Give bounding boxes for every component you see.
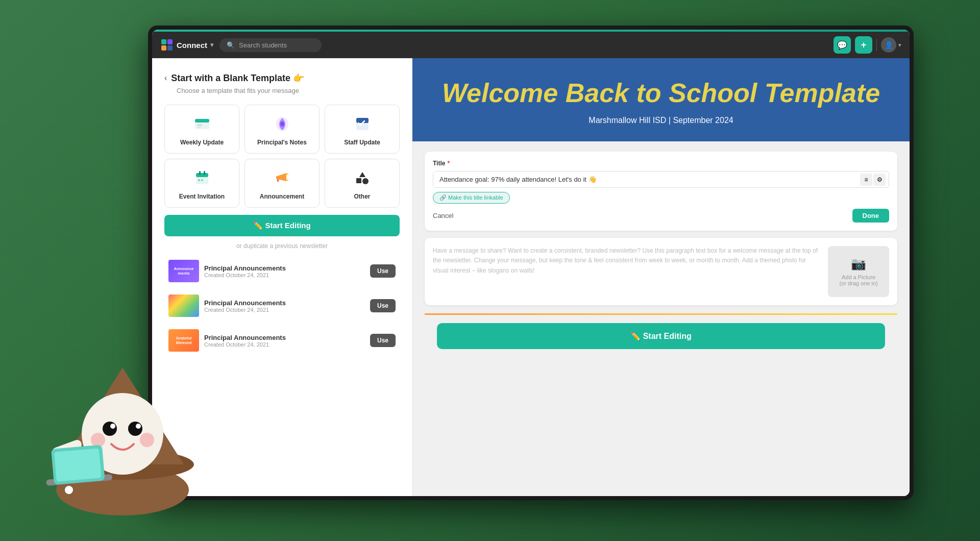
title-input-row[interactable]: ≡ ⚙	[433, 171, 889, 188]
template-label-event: Event Invitation	[179, 193, 225, 200]
svg-point-29	[103, 422, 117, 436]
svg-rect-2	[161, 45, 166, 51]
panel-title: Start with a Blank Template 👉	[171, 72, 304, 84]
user-button[interactable]: 👤 ▾	[881, 37, 901, 53]
content-placeholder-text: Have a message to share? Want to create …	[433, 246, 820, 297]
screen: Connect ▾ 🔍 Search students 💬 +	[152, 30, 910, 496]
picture-placeholder[interactable]: 📷 Add a Picture(or drag one in)	[828, 246, 889, 297]
logo-icon	[160, 38, 174, 52]
start-editing-large-button[interactable]: ✏️ Start Editing	[437, 323, 885, 349]
monitor: Connect ▾ 🔍 Search students 💬 +	[148, 26, 914, 500]
back-arrow[interactable]: ‹	[164, 73, 167, 83]
announcement-icon	[273, 168, 292, 188]
newsletter-date-2: Created October 24, 2021	[204, 307, 365, 313]
newsletter-item-2[interactable]: Principal Announcements Created October …	[164, 290, 400, 321]
template-label-weekly: Weekly Update	[180, 139, 224, 146]
search-icon: 🔍	[227, 41, 235, 49]
template-card-announcement[interactable]: Announcement	[244, 159, 320, 208]
topbar-icons: 💬 + 👤 ▾	[834, 36, 901, 54]
template-card-event[interactable]: Event Invitation	[164, 159, 239, 208]
preview-header: Welcome Back to School Template Marshmal…	[412, 58, 910, 141]
preview-subtitle: Marshmallow Hill ISD | September 2024	[429, 116, 893, 125]
mascot	[41, 327, 204, 521]
template-card-principals[interactable]: Principal's Notes	[244, 105, 320, 154]
template-label-other: Other	[354, 193, 370, 200]
newsletter-item-1[interactable]: Announcements Principal Announcements Cr…	[164, 256, 400, 286]
newsletter-info-1: Principal Announcements Created October …	[204, 264, 365, 278]
form-actions: Cancel Done	[433, 209, 889, 223]
svg-rect-24	[356, 178, 361, 183]
svg-rect-14	[199, 171, 201, 175]
search-placeholder: Search students	[239, 41, 287, 49]
svg-point-33	[91, 433, 105, 447]
newsletter-name-3: Principal Announcements	[204, 334, 365, 341]
start-editing-button[interactable]: ✏️ Start Editing	[164, 215, 400, 236]
plus-button[interactable]: +	[855, 36, 872, 54]
title-input[interactable]	[433, 171, 860, 187]
mascot-svg	[41, 327, 204, 521]
preview-title: Welcome Back to School Template	[429, 79, 893, 108]
use-button-2[interactable]: Use	[370, 299, 396, 312]
template-card-other[interactable]: Other	[325, 159, 400, 208]
user-avatar: 👤	[881, 37, 896, 53]
preview-body: Title * ≡ ⚙ 🔗 Make this title linkabl	[412, 141, 910, 366]
svg-rect-13	[196, 173, 208, 177]
svg-rect-3	[167, 45, 173, 51]
svg-point-32	[136, 424, 141, 429]
newsletter-info-3: Principal Announcements Created October …	[204, 334, 365, 348]
svg-rect-7	[197, 127, 201, 128]
logo-area[interactable]: Connect ▾	[160, 38, 213, 52]
newsletter-date-3: Created October 24, 2021	[204, 341, 365, 348]
app-chevron[interactable]: ▾	[210, 41, 213, 48]
back-header: ‹ Start with a Blank Template 👉	[164, 72, 400, 84]
plus-icon: +	[861, 40, 867, 51]
svg-rect-17	[201, 179, 203, 181]
svg-rect-16	[198, 179, 200, 181]
user-chevron: ▾	[898, 42, 901, 48]
svg-point-9	[280, 121, 284, 127]
picture-icon: 📷	[851, 257, 866, 271]
picture-label: Add a Picture(or drag one in)	[839, 274, 877, 286]
svg-rect-5	[195, 119, 209, 122]
template-label-principals: Principal's Notes	[257, 139, 307, 146]
chat-icon: 💬	[837, 40, 847, 50]
svg-rect-6	[197, 125, 202, 126]
chat-button[interactable]: 💬	[834, 36, 851, 54]
search-bar[interactable]: 🔍 Search students	[219, 38, 322, 52]
svg-rect-18	[276, 176, 278, 179]
cancel-button[interactable]: Cancel	[433, 212, 453, 219]
use-button-1[interactable]: Use	[370, 264, 396, 278]
newsletter-date-1: Created October 24, 2021	[204, 272, 365, 278]
input-action-list[interactable]: ≡	[860, 174, 872, 186]
use-button-3[interactable]: Use	[370, 334, 396, 347]
svg-point-30	[128, 422, 142, 436]
svg-point-34	[140, 433, 154, 447]
content-section: Have a message to share? Want to create …	[425, 238, 897, 305]
template-card-weekly[interactable]: Weekly Update	[164, 105, 239, 154]
or-duplicate-text: or duplicate a previous newsletter	[164, 242, 400, 250]
svg-marker-22	[359, 172, 365, 177]
input-action-settings[interactable]: ⚙	[873, 174, 886, 186]
newsletter-thumb-2	[168, 294, 199, 317]
svg-rect-15	[204, 171, 205, 175]
done-button[interactable]: Done	[852, 209, 890, 223]
app-name: Connect	[177, 41, 207, 50]
principals-notes-icon	[273, 114, 292, 134]
orange-divider	[425, 313, 897, 315]
main-content: ‹ Start with a Blank Template 👉 Choose a…	[152, 58, 910, 496]
template-card-staff[interactable]: Staff Update	[325, 105, 400, 154]
template-grid: Weekly Update Principal's Notes	[164, 105, 400, 208]
event-invitation-icon	[192, 168, 212, 188]
svg-rect-38	[54, 448, 102, 481]
svg-point-31	[110, 424, 115, 429]
template-label-staff: Staff Update	[344, 139, 380, 146]
other-icon	[353, 168, 372, 188]
right-panel: Welcome Back to School Template Marshmal…	[412, 58, 910, 496]
make-linkable-button[interactable]: 🔗 Make this title linkable	[433, 192, 510, 204]
newsletter-thumb-1: Announcements	[168, 260, 199, 282]
svg-point-23	[362, 178, 369, 184]
weekly-update-icon	[192, 114, 212, 134]
thumb-colorful-2	[168, 294, 199, 317]
newsletter-name-2: Principal Announcements	[204, 299, 365, 307]
svg-rect-0	[161, 39, 166, 44]
